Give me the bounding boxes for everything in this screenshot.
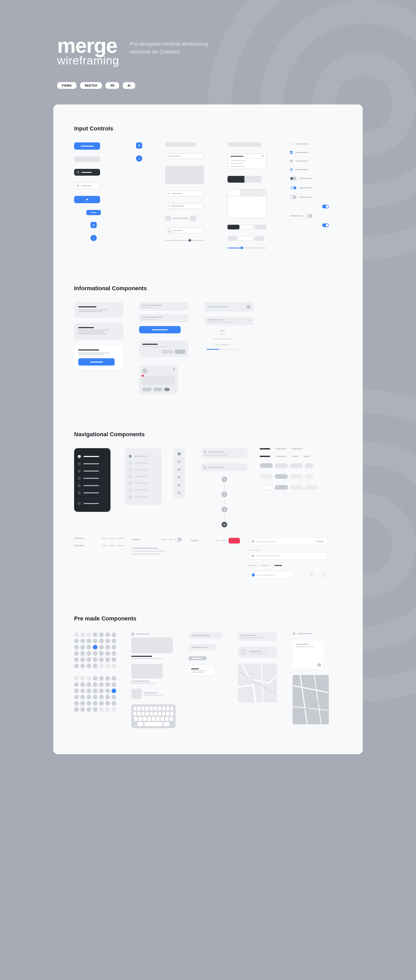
calendar-2[interactable] [74,676,121,712]
calendar-day[interactable] [74,676,79,681]
calendar-day[interactable] [112,682,116,687]
sidebar-item[interactable] [78,482,107,489]
calendar-day[interactable] [86,707,91,712]
play-icon[interactable]: ▸ [136,155,142,162]
map-dark[interactable] [293,675,329,724]
text-input[interactable] [165,142,196,146]
calendar-1[interactable] [74,632,121,668]
calendar-day[interactable] [86,689,91,693]
primary-button[interactable] [74,142,100,150]
calendar-day[interactable] [99,676,104,681]
calendar-day[interactable] [74,651,79,656]
calendar-day[interactable] [86,663,91,668]
calendar-day[interactable] [99,682,104,687]
calendar-day[interactable] [105,639,110,643]
calendar-day[interactable] [80,657,85,662]
stepper-input[interactable] [165,216,209,221]
step[interactable]: 3 [222,507,227,512]
sidebar-item[interactable] [78,468,107,475]
calendar-day[interactable] [93,663,97,668]
page-prev[interactable]: ‹ [309,573,314,577]
calendar-day[interactable] [112,639,116,643]
calendar-day[interactable] [105,632,110,637]
dark-outline-button[interactable] [74,169,100,176]
bordered-input-2[interactable] [165,203,204,209]
ok-button[interactable] [175,350,185,354]
calendar-day[interactable] [86,639,91,643]
calendar-day[interactable] [105,651,110,656]
calendar-day[interactable] [105,663,110,668]
calendar-day[interactable] [74,701,79,706]
calendar-day[interactable] [80,651,85,656]
bordered-button[interactable] [74,182,100,189]
segmented-control[interactable] [228,176,261,183]
calendar-day[interactable] [99,645,104,649]
calendar-day[interactable] [80,645,85,649]
chip-active[interactable] [228,225,239,229]
sidebar-item[interactable] [78,489,107,496]
calendar-day[interactable] [93,657,97,662]
chip[interactable] [238,236,253,241]
calendar-day[interactable] [93,645,97,649]
sidebar-item[interactable] [129,453,158,460]
pill[interactable] [290,474,303,479]
textarea[interactable] [165,166,204,184]
toggle-on-solo[interactable] [322,205,329,208]
secondary-button[interactable] [74,156,100,162]
step[interactable]: 2 [222,492,227,497]
calendar-day[interactable] [112,657,116,662]
page-next[interactable]: › [322,573,327,577]
calendar-day[interactable] [99,657,104,662]
icon-primary-button[interactable] [74,196,100,203]
tab[interactable] [292,456,298,457]
chip[interactable] [241,225,253,229]
dropdown-open[interactable] [228,153,266,169]
calendar-day[interactable] [86,651,91,656]
pill[interactable] [260,485,273,490]
pill[interactable] [275,463,288,468]
calendar-day[interactable] [105,695,110,699]
sidebar-item[interactable] [78,475,107,482]
search-input[interactable] [165,228,204,233]
calendar-day[interactable] [112,707,116,712]
dropdown-option[interactable] [230,163,243,164]
pill[interactable] [290,485,303,490]
calendar-day[interactable] [74,695,79,699]
chip[interactable] [228,236,237,241]
calendar-day[interactable] [80,632,85,637]
calendar-day[interactable] [93,632,97,637]
calendar-day[interactable] [80,701,85,706]
slider-blue[interactable] [228,248,266,248]
calendar-day[interactable] [93,682,97,687]
calendar-day[interactable] [93,676,97,681]
calendar-day[interactable] [112,645,116,649]
pill[interactable] [290,463,303,468]
calendar-day[interactable] [99,701,104,706]
cta-button[interactable] [78,358,115,366]
pill[interactable] [305,474,313,479]
sidebar-item[interactable] [129,480,158,487]
step[interactable]: 1 [222,476,227,482]
calendar-day[interactable] [93,689,97,693]
calendar-day[interactable] [112,676,116,681]
settings-icon[interactable]: ✦ [136,142,142,149]
select-collapsed[interactable] [228,142,261,146]
tab[interactable] [260,456,270,457]
toggle-labeled[interactable] [290,214,329,218]
sidebar-item[interactable] [78,460,107,468]
chip[interactable] [255,236,264,241]
search-bar-1[interactable] [249,538,327,545]
radio-filled-grey[interactable] [290,159,329,162]
calendar-day[interactable] [105,707,110,712]
tab[interactable] [276,448,286,449]
rail-item[interactable] [178,484,181,487]
calendar-day[interactable] [105,676,110,681]
calendar-day[interactable] [86,645,91,649]
calendar-day[interactable] [105,657,110,662]
calendar-day[interactable] [99,639,104,643]
toggle-on-solo-2[interactable] [322,223,329,227]
calendar-day[interactable] [99,695,104,699]
pill[interactable] [275,474,288,479]
map-light[interactable] [238,663,277,703]
pill[interactable] [305,463,313,468]
